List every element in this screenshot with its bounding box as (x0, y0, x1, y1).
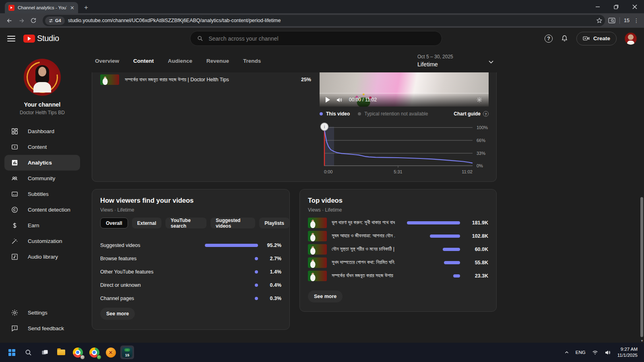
forward-button[interactable] (15, 14, 27, 27)
chip-suggested-videos[interactable]: Suggested videos (211, 218, 255, 228)
studio-search-bar[interactable] (190, 31, 442, 46)
traffic-row[interactable]: Suggested videos 95.2% (100, 239, 281, 252)
new-tab-button[interactable]: + (80, 2, 92, 13)
video-list-row[interactable]: সম্পর্কের বাধন মজবুত করার সহজ উপায় | Do… (100, 74, 311, 85)
sidebar-item-customization[interactable]: Customization (0, 233, 85, 249)
card-title: How viewers find your videos (100, 197, 194, 204)
taskbar-active-window[interactable]: 15 (120, 346, 134, 359)
retention-chart[interactable]: i 100% 66% 33% 0% 0:00 5:31 11:02 (317, 120, 504, 180)
chrome-icon-2[interactable] (87, 346, 101, 359)
sidebar-item-analytics[interactable]: Analytics (4, 155, 80, 171)
reload-button[interactable] (27, 14, 39, 27)
top-video-row[interactable]: সুষম আহার ও জীবনযাত্রা: আপনার যৌন ... 10… (308, 229, 488, 243)
help-icon[interactable]: ? (545, 35, 553, 43)
account-avatar[interactable] (625, 33, 637, 45)
sidebar-item-dashboard[interactable]: Dashboard (0, 123, 85, 139)
chevron-down-icon[interactable] (487, 58, 495, 66)
play-icon[interactable] (326, 97, 330, 103)
top-video-row[interactable]: যৌন সুস্থতা সুস্থ শরীর ও মনের চাবিকাঠি |… (308, 243, 488, 256)
channel-title: Your channel (0, 101, 85, 108)
tab-content[interactable]: Content (133, 58, 154, 64)
create-button[interactable]: Create (576, 32, 617, 45)
chip-external[interactable]: External (132, 218, 161, 228)
volume-icon[interactable] (605, 350, 611, 356)
toolbar-count[interactable]: 15 (624, 18, 630, 23)
url-text[interactable]: studio.youtube.com/channel/UC06xdPkAt8iS… (68, 18, 593, 23)
traffic-row[interactable]: Direct or unknown 0.4% (100, 278, 281, 292)
traffic-row[interactable]: Other YouTube features 1.4% (100, 265, 281, 278)
sidebar-item-send-feedback[interactable]: Send feedback (0, 321, 85, 336)
volume-icon[interactable] (336, 97, 343, 103)
retention-legend: This video Typical retention not availab… (320, 111, 489, 117)
start-button[interactable] (5, 346, 19, 359)
see-more-button[interactable]: See more (308, 290, 343, 302)
sidebar-item-earn[interactable]: Earn (0, 218, 85, 233)
video-percentage: 25% (301, 77, 311, 82)
search-input[interactable] (208, 35, 435, 42)
content-icon (10, 143, 19, 151)
top-video-row[interactable]: সম্পর্কের বাঁধন মজবুত করার সহজ উপায় ...… (308, 269, 488, 282)
minimize-button[interactable] (588, 0, 607, 13)
tab-audience[interactable]: Audience (168, 58, 192, 64)
see-more-button[interactable]: See more (100, 308, 135, 320)
dashboard-icon (10, 128, 19, 136)
video-player[interactable]: 00:00 / 11:02 (320, 72, 489, 107)
studio-brand[interactable]: Studio (37, 34, 59, 43)
top-video-row[interactable]: সুখদ দাম্পত্যের গোপন কথা: নিয়মিত ঘনি...… (308, 256, 488, 269)
tab-overview[interactable]: Overview (95, 58, 119, 64)
sidebar-item-settings[interactable]: Settings (0, 305, 85, 321)
close-button[interactable] (625, 0, 644, 13)
taskbar-search-icon[interactable] (21, 346, 35, 359)
retention-card: সম্পর্কের বাধন মজবুত করার সহজ উপায় | Do… (92, 72, 497, 182)
tab-revenue[interactable]: Revenue (206, 58, 229, 64)
tab-trends[interactable]: Trends (243, 58, 261, 64)
file-explorer-icon[interactable] (54, 346, 68, 359)
views-bar (444, 261, 460, 264)
video-thumbnail (100, 74, 119, 85)
tab-close-icon[interactable]: ✕ (70, 5, 74, 10)
youtube-logo[interactable] (23, 35, 35, 43)
sidebar-item-content[interactable]: Content (0, 139, 85, 155)
chrome-icon-1[interactable] (71, 346, 85, 359)
traffic-value: 2.7% (264, 256, 281, 261)
top-video-title: সুখদ দাম্পত্যের গোপন কথা: নিয়মিত ঘনি... (332, 259, 395, 265)
chip-overall[interactable]: Overall (100, 218, 128, 228)
typical-retention-dot (358, 112, 361, 115)
chart-guide-help-icon[interactable]: ? (483, 111, 489, 117)
browser-tab[interactable]: Channel analytics - YouTube Stu ✕ (5, 2, 78, 13)
notifications-bell-icon[interactable] (561, 35, 568, 42)
sidebar-item-subtitles[interactable]: Subtitles (0, 186, 85, 202)
hamburger-menu-icon[interactable] (7, 36, 15, 41)
traffic-row[interactable]: Browse features 2.7% (100, 252, 281, 265)
clock-time: 9:27 AM (617, 346, 638, 352)
chart-guide[interactable]: Chart guide ? (454, 111, 489, 117)
create-video-icon (583, 35, 590, 41)
site-info-chip[interactable]: G4 (45, 16, 65, 25)
x-app-icon[interactable]: ✕ (104, 346, 118, 359)
browser-menu-icon[interactable]: ⋮ (634, 17, 639, 24)
sidebar-item-content-detection[interactable]: Content detection (0, 202, 85, 218)
task-view-icon[interactable] (38, 346, 52, 359)
chip-playlists[interactable]: Playlists (259, 218, 289, 228)
language-indicator[interactable]: ENG (576, 350, 586, 355)
sidebar-footer: Settings Send feedback (0, 305, 85, 336)
sidebar-item-community[interactable]: Community (0, 171, 85, 186)
url-bar[interactable]: G4 studio.youtube.com/channel/UC06xdPkAt… (43, 15, 605, 26)
wifi-icon[interactable] (592, 350, 599, 356)
top-video-row[interactable]: ভুল ধারণা দূর করুন: সুখী থাকার পথে বাধা … (308, 216, 488, 229)
back-button[interactable] (3, 14, 15, 27)
bookmark-star-icon[interactable] (596, 17, 603, 24)
traffic-row[interactable]: Channel pages 0.3% (100, 292, 281, 305)
views-bar (443, 248, 460, 251)
channel-avatar[interactable] (24, 59, 61, 96)
chip-youtube-search[interactable]: YouTube search (165, 218, 206, 228)
player-settings-icon[interactable] (476, 97, 483, 103)
tray-chevron-up-icon[interactable] (564, 350, 570, 355)
scrollbar-down-arrow[interactable]: ▼ (640, 339, 644, 343)
sidebar-item-audio-library[interactable]: Audio library (0, 249, 85, 265)
taskbar-clock[interactable]: 9:27 AM 11/1/2025 (617, 346, 638, 358)
scrollbar-thumb[interactable] (640, 197, 643, 337)
date-range-picker[interactable]: Oct 5 – 30, 2025 Lifetime (417, 53, 453, 69)
restore-button[interactable] (607, 0, 625, 13)
side-search-icon[interactable] (608, 17, 615, 24)
